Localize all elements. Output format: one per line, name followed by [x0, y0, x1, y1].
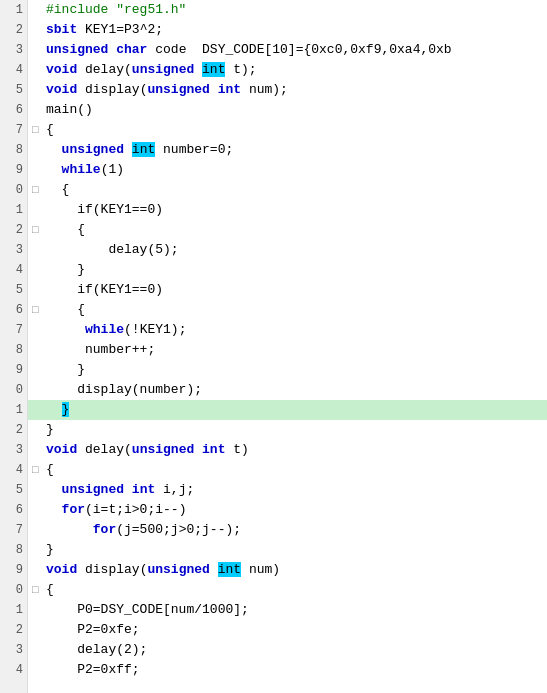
fold-gutter: [32, 80, 46, 100]
code-text: delay(2);: [46, 640, 147, 660]
code-line: }: [28, 420, 547, 440]
code-line: void delay(unsigned int t): [28, 440, 547, 460]
code-text: void delay(unsigned int t): [46, 440, 249, 460]
code-line: number++;: [28, 340, 547, 360]
fold-gutter: [32, 340, 46, 360]
line-number: 0: [0, 380, 27, 400]
fold-gutter[interactable]: □: [32, 460, 46, 480]
code-line: □ {: [28, 180, 547, 200]
code-text: P2=0xff;: [46, 660, 140, 680]
code-text: }: [46, 400, 69, 420]
code-line: □ {: [28, 220, 547, 240]
line-number: 1: [0, 400, 27, 420]
code-line: unsigned char code DSY_CODE[10]={0xc0,0x…: [28, 40, 547, 60]
fold-gutter: [32, 420, 46, 440]
code-line: if(KEY1==0): [28, 200, 547, 220]
code-text: #include "reg51.h": [46, 0, 186, 20]
line-number: 1: [0, 0, 27, 20]
fold-gutter: [32, 360, 46, 380]
fold-gutter: [32, 440, 46, 460]
fold-gutter: [32, 380, 46, 400]
line-number: 3: [0, 240, 27, 260]
code-line: P2=0xff;: [28, 660, 547, 680]
code-editor: 1234567890123456789012345678901234 #incl…: [0, 0, 547, 693]
line-number: 2: [0, 20, 27, 40]
code-line: P0=DSY_CODE[num/1000];: [28, 600, 547, 620]
code-line: while(1): [28, 160, 547, 180]
code-line: P2=0xfe;: [28, 620, 547, 640]
line-number: 6: [0, 500, 27, 520]
fold-gutter: [32, 660, 46, 680]
code-text: }: [46, 540, 54, 560]
line-number: 5: [0, 480, 27, 500]
code-line: void display(unsigned int num);: [28, 80, 547, 100]
code-line: for(i=t;i>0;i--): [28, 500, 547, 520]
code-line: main(): [28, 100, 547, 120]
fold-gutter: [32, 20, 46, 40]
fold-gutter: [32, 0, 46, 20]
code-text: while(1): [46, 160, 124, 180]
fold-gutter[interactable]: □: [32, 120, 46, 140]
fold-gutter[interactable]: □: [32, 220, 46, 240]
code-line: }: [28, 260, 547, 280]
code-line: display(number);: [28, 380, 547, 400]
fold-gutter: [32, 200, 46, 220]
line-number: 9: [0, 160, 27, 180]
fold-gutter[interactable]: □: [32, 300, 46, 320]
code-text: {: [46, 300, 85, 320]
code-line: for(j=500;j>0;j--);: [28, 520, 547, 540]
code-text: if(KEY1==0): [46, 280, 163, 300]
code-text: for(j=500;j>0;j--);: [46, 520, 241, 540]
code-text: unsigned char code DSY_CODE[10]={0xc0,0x…: [46, 40, 452, 60]
fold-gutter: [32, 500, 46, 520]
line-number: 7: [0, 520, 27, 540]
code-text: void display(unsigned int num);: [46, 80, 288, 100]
fold-gutter: [32, 560, 46, 580]
line-number: 7: [0, 320, 27, 340]
code-text: {: [46, 180, 69, 200]
code-text: unsigned int number=0;: [46, 140, 233, 160]
line-number: 8: [0, 540, 27, 560]
fold-gutter: [32, 60, 46, 80]
line-number: 8: [0, 340, 27, 360]
fold-gutter: [32, 540, 46, 560]
fold-gutter: [32, 400, 46, 420]
code-text: P2=0xfe;: [46, 620, 140, 640]
line-number: 3: [0, 40, 27, 60]
code-text: number++;: [46, 340, 155, 360]
code-line: sbit KEY1=P3^2;: [28, 20, 547, 40]
line-number: 6: [0, 300, 27, 320]
code-text: void display(unsigned int num): [46, 560, 280, 580]
fold-gutter: [32, 320, 46, 340]
code-text: {: [46, 120, 54, 140]
fold-gutter: [32, 240, 46, 260]
code-text: void delay(unsigned int t);: [46, 60, 257, 80]
fold-gutter[interactable]: □: [32, 180, 46, 200]
code-text: unsigned int i,j;: [46, 480, 194, 500]
code-line: void delay(unsigned int t);: [28, 60, 547, 80]
code-text: if(KEY1==0): [46, 200, 163, 220]
line-number: 7: [0, 120, 27, 140]
code-line: }: [28, 360, 547, 380]
line-number: 0: [0, 180, 27, 200]
line-number: 1: [0, 600, 27, 620]
line-number: 5: [0, 280, 27, 300]
code-line: □{: [28, 120, 547, 140]
line-number: 4: [0, 260, 27, 280]
fold-gutter: [32, 160, 46, 180]
code-area[interactable]: #include "reg51.h" sbit KEY1=P3^2; unsig…: [28, 0, 547, 693]
line-number: 4: [0, 660, 27, 680]
code-text: main(): [46, 100, 93, 120]
line-number: 0: [0, 580, 27, 600]
code-line: #include "reg51.h": [28, 0, 547, 20]
line-number: 5: [0, 80, 27, 100]
line-number: 1: [0, 200, 27, 220]
code-line: delay(5);: [28, 240, 547, 260]
code-text: sbit KEY1=P3^2;: [46, 20, 163, 40]
code-line: void display(unsigned int num): [28, 560, 547, 580]
line-numbers: 1234567890123456789012345678901234: [0, 0, 28, 693]
line-number: 9: [0, 360, 27, 380]
fold-gutter: [32, 140, 46, 160]
line-number: 6: [0, 100, 27, 120]
fold-gutter[interactable]: □: [32, 580, 46, 600]
